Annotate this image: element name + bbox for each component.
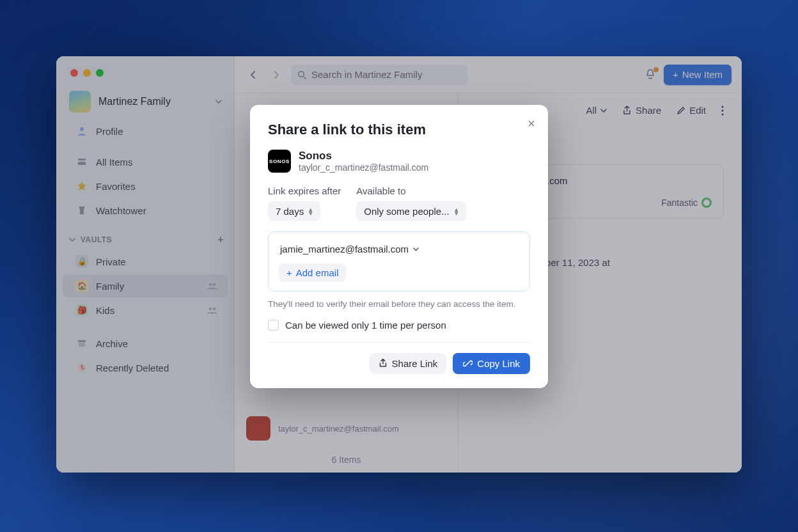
modal-item-name: Sonos [299, 150, 428, 162]
modal-title: Share a link to this item [268, 121, 530, 138]
updown-icon: ▴▾ [309, 208, 313, 215]
share-icon [379, 359, 387, 368]
expires-value: 7 days [276, 206, 304, 217]
share-link-label: Share Link [392, 358, 438, 369]
sonos-icon: SONOS [268, 150, 291, 173]
available-value: Only some people... [364, 206, 449, 217]
available-select[interactable]: Only some people... ▴▾ [356, 201, 465, 221]
view-once-row[interactable]: Can be viewed only 1 time per person [268, 320, 530, 343]
email-recipients: jamie_martinez@fastmail.com + Add email [268, 231, 530, 292]
link-icon [463, 359, 473, 368]
email-value: jamie_martinez@fastmail.com [280, 244, 409, 254]
expires-label: Link expires after [268, 185, 341, 196]
expires-select[interactable]: 7 days ▴▾ [268, 201, 320, 221]
checkbox[interactable] [268, 320, 279, 331]
view-once-label: Can be viewed only 1 time per person [285, 320, 446, 331]
available-label: Available to [356, 185, 465, 196]
chevron-down-icon [412, 246, 419, 253]
modal-item: SONOS Sonos taylor_c_martinez@fastmail.c… [268, 150, 530, 173]
add-email-button[interactable]: + Add email [279, 263, 346, 282]
share-link-button[interactable]: Share Link [370, 353, 447, 374]
add-email-label: Add email [296, 267, 339, 278]
updown-icon: ▴▾ [455, 208, 458, 215]
app-window: Martinez Family Profile All Items Favori… [56, 56, 742, 473]
email-chip[interactable]: jamie_martinez@fastmail.com [279, 241, 421, 257]
plus-icon: + [286, 267, 292, 278]
share-modal: × Share a link to this item SONOS Sonos … [250, 105, 548, 388]
copy-link-button[interactable]: Copy Link [453, 353, 530, 374]
copy-link-label: Copy Link [477, 358, 520, 369]
modal-overlay[interactable]: × Share a link to this item SONOS Sonos … [56, 56, 742, 473]
modal-item-sub: taylor_c_martinez@fastmail.com [299, 162, 428, 173]
close-button[interactable]: × [528, 116, 535, 131]
help-text: They'll need to verify their email befor… [268, 298, 530, 311]
